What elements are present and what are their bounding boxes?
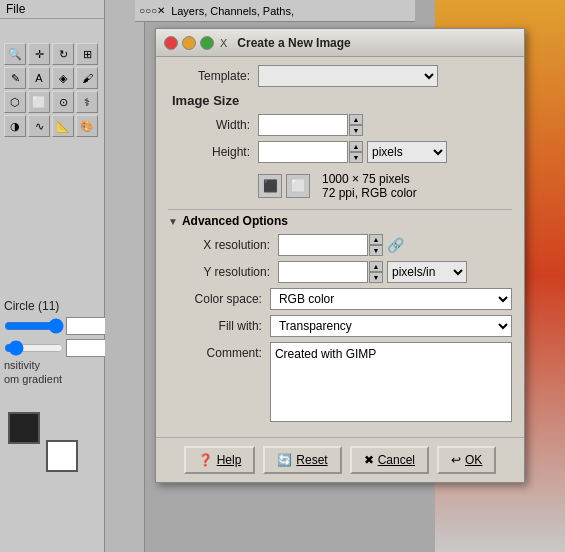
dialog-title: Create a New Image xyxy=(237,36,350,50)
advanced-header[interactable]: ▼ Advanced Options xyxy=(168,214,512,228)
y-resolution-spin-buttons: ▲ ▼ xyxy=(369,261,383,283)
circle-label: Circle (11) xyxy=(4,299,121,313)
y-resolution-input[interactable]: 72.000 xyxy=(278,261,368,283)
y-resolution-label: Y resolution: xyxy=(168,265,278,279)
gradient-label: om gradient xyxy=(4,373,121,385)
template-select[interactable] xyxy=(258,65,438,87)
x-res-down-button[interactable]: ▼ xyxy=(369,245,383,256)
width-up-button[interactable]: ▲ xyxy=(349,114,363,125)
height-row: Height: 75 ▲ ▼ pixels xyxy=(168,141,512,163)
width-input[interactable]: 1000 xyxy=(258,114,348,136)
x-resolution-row: X resolution: 72.000 ▲ ▼ 🔗 xyxy=(168,234,512,256)
landscape-button[interactable]: ⬜ xyxy=(286,174,310,198)
orientation-icons: ⬛ ⬜ 1000 × 75 pixels 72 ppi, RGB color xyxy=(258,172,417,200)
tool-transform[interactable]: ⊞ xyxy=(76,43,98,65)
height-spinner-buttons: ▲ ▼ xyxy=(349,141,363,163)
y-resolution-row: Y resolution: 72.000 ▲ ▼ pixels/in xyxy=(168,261,512,283)
portrait-button[interactable]: ⬛ xyxy=(258,174,282,198)
tool-smudge[interactable]: ∿ xyxy=(28,115,50,137)
advanced-options-label: Advanced Options xyxy=(182,214,288,228)
reset-label: Reset xyxy=(296,453,327,467)
fill-with-select[interactable]: Transparency xyxy=(270,315,512,337)
cancel-button[interactable]: ✖ Cancel xyxy=(350,446,429,474)
x-resolution-label: X resolution: xyxy=(168,238,278,252)
close-button[interactable] xyxy=(164,36,178,50)
tool-dodge[interactable]: ◑ xyxy=(4,115,26,137)
foreground-color[interactable] xyxy=(8,412,40,444)
sensitivity-label: nsitivity xyxy=(4,359,121,371)
layers-panel-title: Layers, Channels, Paths, xyxy=(171,5,294,17)
help-icon: ❓ xyxy=(198,453,213,467)
width-row: Width: 1000 ▲ ▼ xyxy=(168,114,512,136)
ok-label: OK xyxy=(465,453,482,467)
height-label: Height: xyxy=(168,145,258,159)
help-button[interactable]: ❓ Help xyxy=(184,446,256,474)
image-info-row: ⬛ ⬜ 1000 × 75 pixels 72 ppi, RGB color xyxy=(168,168,512,204)
width-down-button[interactable]: ▼ xyxy=(349,125,363,136)
menu-bar[interactable]: File xyxy=(0,0,104,19)
image-info: 1000 × 75 pixels 72 ppi, RGB color xyxy=(322,172,417,200)
x-resolution-spin-buttons: ▲ ▼ xyxy=(369,234,383,256)
scale-slider[interactable] xyxy=(4,341,64,355)
title-x-icon: X xyxy=(220,37,227,49)
tool-color[interactable]: 🎨 xyxy=(76,115,98,137)
image-ppi: 72 ppi, RGB color xyxy=(322,186,417,200)
cancel-label: Cancel xyxy=(378,453,415,467)
y-res-down-button[interactable]: ▼ xyxy=(369,272,383,283)
advanced-section: ▼ Advanced Options X resolution: 72.000 … xyxy=(168,209,512,422)
ok-button[interactable]: ↩ OK xyxy=(437,446,496,474)
tool-rotate[interactable]: ↻ xyxy=(52,43,74,65)
link-icon[interactable]: 🔗 xyxy=(387,237,404,253)
background-color[interactable] xyxy=(46,440,78,472)
tool-move[interactable]: ✛ xyxy=(28,43,50,65)
y-res-up-button[interactable]: ▲ xyxy=(369,261,383,272)
comment-label: Comment: xyxy=(168,342,270,360)
tool-fill[interactable]: ⬡ xyxy=(4,91,26,113)
help-label: Help xyxy=(217,453,242,467)
unit-select[interactable]: pixels xyxy=(367,141,447,163)
tool-erase[interactable]: ⬜ xyxy=(28,91,50,113)
color-space-select[interactable]: RGB color xyxy=(270,288,512,310)
template-row: Template: xyxy=(168,65,512,87)
opacity-slider[interactable] xyxy=(4,319,64,333)
window-controls xyxy=(164,36,214,50)
tool-zoom[interactable]: 🔍 xyxy=(4,43,26,65)
width-spinner: 1000 ▲ ▼ xyxy=(258,114,363,136)
maximize-button[interactable] xyxy=(200,36,214,50)
triangle-icon: ▼ xyxy=(168,216,178,227)
tool-paint[interactable]: 🖌 xyxy=(76,67,98,89)
comment-row: Comment: xyxy=(168,342,512,422)
x-resolution-spinner: 72.000 ▲ ▼ 🔗 xyxy=(278,234,404,256)
x-res-up-button[interactable]: ▲ xyxy=(369,234,383,245)
color-space-row: Color space: RGB color xyxy=(168,288,512,310)
tool-measure[interactable]: 📐 xyxy=(52,115,74,137)
create-new-image-dialog: X Create a New Image Template: Image Siz… xyxy=(155,28,525,483)
tool-path[interactable]: ✎ xyxy=(4,67,26,89)
file-menu[interactable]: File xyxy=(6,2,25,16)
tool-heal[interactable]: ⚕ xyxy=(76,91,98,113)
x-resolution-input[interactable]: 72.000 xyxy=(278,234,368,256)
height-up-button[interactable]: ▲ xyxy=(349,141,363,152)
dialog-body: Template: Image Size Width: 1000 ▲ ▼ Hei… xyxy=(156,57,524,437)
template-label: Template: xyxy=(168,69,258,83)
width-label: Width: xyxy=(168,118,258,132)
image-dimensions: 1000 × 75 pixels xyxy=(322,172,417,186)
tool-select[interactable]: ◈ xyxy=(52,67,74,89)
minimize-button[interactable] xyxy=(182,36,196,50)
cancel-icon: ✖ xyxy=(364,453,374,467)
resolution-unit-select[interactable]: pixels/in xyxy=(387,261,467,283)
tool-clone[interactable]: ⊙ xyxy=(52,91,74,113)
ok-icon: ↩ xyxy=(451,453,461,467)
image-size-heading: Image Size xyxy=(172,93,512,108)
tool-text[interactable]: A xyxy=(28,67,50,89)
height-down-button[interactable]: ▼ xyxy=(349,152,363,163)
height-input[interactable]: 75 xyxy=(258,141,348,163)
color-space-label: Color space: xyxy=(168,292,270,306)
fill-with-row: Fill with: Transparency xyxy=(168,315,512,337)
reset-icon: 🔄 xyxy=(277,453,292,467)
reset-button[interactable]: 🔄 Reset xyxy=(263,446,341,474)
comment-textarea[interactable] xyxy=(270,342,512,422)
tools-area: 🔍 ✛ ↻ ⊞ ✎ A ◈ 🖌 ⬡ ⬜ ⊙ ⚕ ◑ ∿ 📐 🎨 xyxy=(0,39,104,141)
fill-with-label: Fill with: xyxy=(168,319,270,333)
gimp-side-panel xyxy=(105,0,145,552)
